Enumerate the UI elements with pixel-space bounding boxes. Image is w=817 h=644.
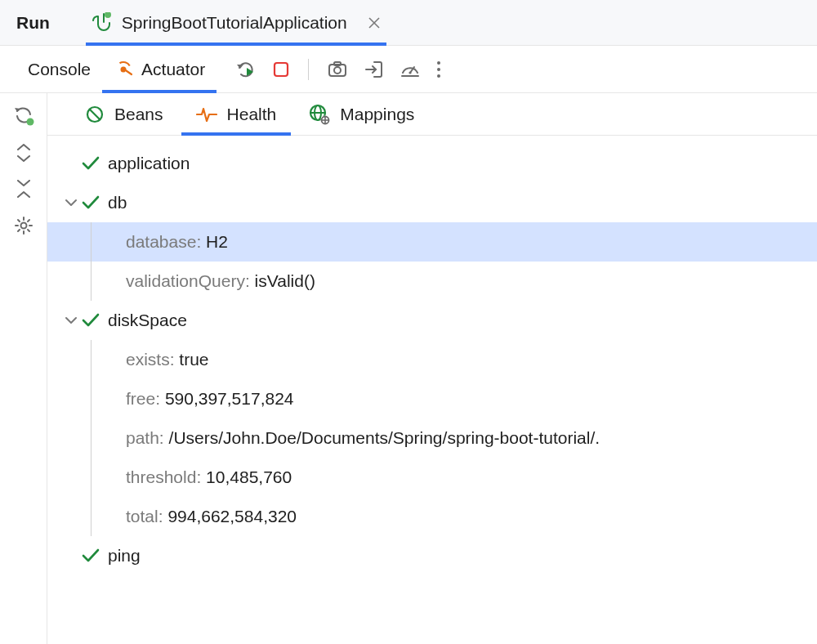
health-icon bbox=[196, 105, 217, 123]
tree-leaf-database[interactable]: database: H2 bbox=[47, 222, 817, 262]
tree-value: 994,662,584,320 bbox=[167, 507, 297, 526]
run-title: Run bbox=[16, 13, 50, 33]
rerun-button[interactable] bbox=[236, 60, 256, 79]
tree-guide bbox=[91, 497, 92, 536]
top-header: Run SpringBootTutorialApplication bbox=[0, 0, 817, 46]
tree-node-label: diskSpace bbox=[108, 311, 187, 330]
svg-point-1 bbox=[105, 12, 111, 18]
exit-button[interactable] bbox=[364, 60, 384, 79]
settings-button[interactable] bbox=[14, 216, 33, 235]
more-button[interactable] bbox=[436, 60, 441, 78]
tree-node-label: ping bbox=[108, 546, 141, 566]
chevron-down-icon[interactable] bbox=[62, 316, 80, 324]
svg-line-19 bbox=[90, 110, 100, 119]
svg-point-17 bbox=[20, 223, 26, 229]
left-gutter bbox=[0, 93, 47, 644]
svg-point-11 bbox=[409, 71, 412, 74]
actuator-icon bbox=[114, 60, 133, 79]
tree-value: 10,485,760 bbox=[206, 467, 292, 487]
tree-leaf-total[interactable]: total: 994,662,584,320 bbox=[47, 497, 817, 536]
tab-beans-label: Beans bbox=[114, 105, 163, 124]
tree-node-diskspace[interactable]: diskSpace bbox=[47, 301, 817, 340]
check-icon bbox=[82, 548, 100, 563]
svg-point-14 bbox=[437, 68, 440, 71]
tab-health-label: Health bbox=[227, 105, 277, 124]
svg-point-15 bbox=[437, 74, 440, 78]
tree-guide bbox=[91, 458, 92, 497]
tab-beans[interactable]: Beans bbox=[70, 93, 178, 135]
tree-guide bbox=[91, 379, 92, 418]
tree-leaf-free[interactable]: free: 590,397,517,824 bbox=[47, 379, 817, 418]
tab-console-label: Console bbox=[28, 60, 91, 79]
tree-key: free: bbox=[126, 389, 160, 409]
check-icon bbox=[82, 313, 100, 328]
stop-button[interactable] bbox=[272, 60, 290, 78]
tree-node-ping[interactable]: ping bbox=[47, 536, 817, 575]
thread-dump-button[interactable] bbox=[327, 60, 348, 78]
svg-point-8 bbox=[334, 67, 341, 74]
tree-node-label: db bbox=[108, 193, 127, 212]
chevron-down-icon[interactable] bbox=[62, 199, 80, 207]
tree-key: total: bbox=[126, 507, 163, 526]
tree-key: path: bbox=[126, 428, 164, 448]
content-panel: Beans Health bbox=[47, 93, 817, 644]
spring-boot-run-icon bbox=[92, 12, 114, 34]
tree-guide bbox=[91, 340, 92, 379]
profiler-button[interactable] bbox=[400, 60, 420, 79]
app-tab[interactable]: SpringBootTutorialApplication bbox=[89, 0, 383, 45]
tree-leaf-validationquery[interactable]: validationQuery: isValid() bbox=[47, 262, 817, 301]
main-area: Beans Health bbox=[0, 93, 817, 644]
tree-key: validationQuery: bbox=[126, 271, 250, 291]
expand-all-button[interactable] bbox=[16, 144, 32, 162]
tree-leaf-exists[interactable]: exists: true bbox=[47, 340, 817, 379]
tab-mappings[interactable]: Mappings bbox=[294, 93, 429, 135]
tab-actuator-label: Actuator bbox=[141, 60, 205, 79]
tree-key: exists: bbox=[126, 350, 175, 369]
app-tab-label: SpringBootTutorialApplication bbox=[122, 13, 347, 33]
tree-value: true bbox=[179, 350, 208, 369]
tree-guide bbox=[91, 418, 92, 458]
check-icon bbox=[82, 156, 100, 171]
tree-key: threshold: bbox=[126, 467, 201, 487]
mappings-icon bbox=[309, 104, 330, 125]
tab-health[interactable]: Health bbox=[181, 93, 292, 135]
tab-actuator[interactable]: Actuator bbox=[102, 46, 217, 92]
tree-value: /Users/John.Doe/Documents/Spring/spring-… bbox=[169, 428, 600, 448]
tree-guide bbox=[91, 262, 92, 301]
toolbar-divider bbox=[308, 59, 309, 80]
content-tabs: Beans Health bbox=[47, 93, 817, 136]
svg-point-13 bbox=[437, 61, 440, 65]
tree-leaf-threshold[interactable]: threshold: 10,485,760 bbox=[47, 458, 817, 497]
beans-icon bbox=[85, 105, 105, 124]
tree-node-label: application bbox=[108, 154, 190, 173]
tree-key: database: bbox=[126, 232, 201, 252]
collapse-all-button[interactable] bbox=[16, 180, 32, 198]
tree-value: H2 bbox=[206, 232, 228, 252]
refresh-button[interactable] bbox=[13, 105, 34, 126]
tree-value: isValid() bbox=[255, 271, 315, 291]
check-icon bbox=[82, 195, 100, 210]
tree-node-application[interactable]: application bbox=[47, 144, 817, 183]
svg-rect-6 bbox=[275, 63, 288, 76]
svg-point-16 bbox=[26, 119, 33, 126]
toolbar: Console Actuator bbox=[0, 46, 817, 93]
tree-leaf-path[interactable]: path: /Users/John.Doe/Documents/Spring/s… bbox=[47, 418, 817, 458]
tree-value: 590,397,517,824 bbox=[165, 389, 294, 409]
health-tree: application db database: bbox=[47, 136, 817, 584]
tab-mappings-label: Mappings bbox=[340, 105, 414, 124]
tree-guide bbox=[91, 222, 92, 262]
close-tab-button[interactable] bbox=[368, 17, 380, 29]
tab-console[interactable]: Console bbox=[16, 46, 102, 92]
tree-node-db[interactable]: db bbox=[47, 183, 817, 222]
